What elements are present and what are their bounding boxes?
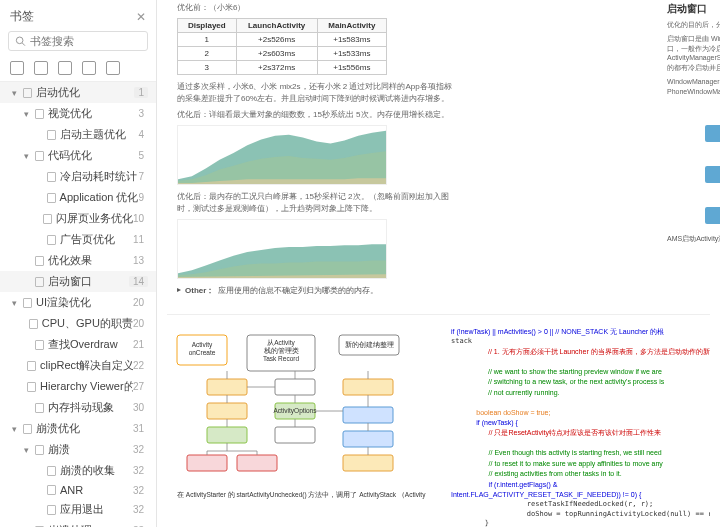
svg-point-0 (16, 37, 23, 44)
tree-item[interactable]: ▾UI渲染优化20 (0, 292, 156, 313)
svg-rect-13 (207, 427, 247, 443)
note-1: 通过多次采样，小米6、小米 mix2s，还有小米 2 通过对比同样的App各项指… (177, 81, 457, 105)
close-icon[interactable]: ✕ (136, 10, 146, 24)
tree-item[interactable]: ▾代码优化5 (0, 145, 156, 166)
tree-item[interactable]: 查找Overdraw21 (0, 334, 156, 355)
svg-text:新的创建纳整理: 新的创建纳整理 (345, 341, 394, 348)
tree-item[interactable]: 闪屏页业务优化10 (0, 208, 156, 229)
svg-text:从Activity: 从Activity (267, 339, 295, 347)
tree-item[interactable]: 应用退出32 (0, 499, 156, 520)
tool-icon-1[interactable] (10, 61, 24, 75)
svg-text:ActivityOptions: ActivityOptions (274, 407, 318, 415)
svg-rect-20 (343, 379, 393, 395)
svg-rect-22 (343, 431, 393, 447)
tool-icon-4[interactable] (82, 61, 96, 75)
svg-rect-14 (187, 455, 227, 471)
right-desc-1: 优化的目的后，分析下启动窗口的源码，基于 android-25 (7.1.1) (667, 20, 720, 30)
bookmark-tree: ▾启动优化1▾视觉优化3启动主题优化4▾代码优化5冷启动耗时统计7Applica… (0, 82, 156, 527)
svg-rect-19 (275, 427, 315, 443)
code-block: if (!newTask) || mActivities() > 0 || //… (451, 327, 710, 527)
tree-item[interactable]: ▾崩溃处理33 (0, 520, 156, 527)
right-column: 启动窗口 优化的目的后，分析下启动窗口的源码，基于 android-25 (7.… (667, 2, 720, 244)
sidebar-header: 书签 ✕ (0, 0, 156, 31)
tree-item[interactable]: ▾启动优化1 (0, 82, 156, 103)
note-3: 优化后：最内存的工况只白峰屏幕，15秒采样记 2次。（忽略前面刚起加入图时，测试… (177, 191, 457, 215)
svg-text:Activity: Activity (192, 341, 213, 349)
opt-before-label: 优化前：（小米6） (177, 2, 457, 14)
svg-rect-23 (343, 455, 393, 471)
main-content: 优化前：（小米6） DisplayedLaunchActivityMainAct… (157, 0, 720, 527)
svg-text:Task Record: Task Record (263, 355, 300, 362)
bookmarks-sidebar: 书签 ✕ ▾启动优化1▾视觉优化3启动主题优化4▾代码优化5冷启动耗时统计7Ap… (0, 0, 157, 527)
sidebar-toolbar (0, 57, 156, 82)
memory-chart-after (177, 219, 387, 279)
svg-text:onCreate: onCreate (189, 349, 216, 356)
svg-rect-15 (237, 455, 277, 471)
tree-item[interactable]: 崩溃的收集32 (0, 460, 156, 481)
tree-item[interactable]: 优化效果13 (0, 250, 156, 271)
tree-item[interactable]: CPU、GPU的职责20 (0, 313, 156, 334)
tree-item[interactable]: 广告页优化11 (0, 229, 156, 250)
svg-rect-11 (207, 379, 247, 395)
right-desc-3: WindowManagerService 通过窗口管理策略类 PhoneWind… (667, 77, 720, 97)
tool-icon-2[interactable] (34, 61, 48, 75)
timing-table: DisplayedLaunchActivityMainActivity 1+2s… (177, 18, 387, 75)
tree-item[interactable]: 冷启动耗时统计7 (0, 166, 156, 187)
svg-rect-21 (343, 407, 393, 423)
search-input[interactable] (30, 35, 141, 47)
tree-item[interactable]: Application 优化9 (0, 187, 156, 208)
svg-text:在 ActivityStarter 的 startActiv: 在 ActivityStarter 的 startActivityUncheck… (177, 491, 426, 499)
other-bullet: ▸ Other： 应用使用的信息不确定列归为哪类的的内存。 (177, 285, 710, 296)
tool-icon-3[interactable] (58, 61, 72, 75)
search-box[interactable] (8, 31, 148, 51)
tree-item[interactable]: ▾崩溃优化31 (0, 418, 156, 439)
memory-chart-before (177, 125, 387, 185)
tree-item[interactable]: 启动主题优化4 (0, 124, 156, 145)
tool-icon-5[interactable] (106, 61, 120, 75)
svg-line-1 (22, 43, 25, 46)
flow-caption: AMS启动Activity流程 (667, 234, 720, 244)
sidebar-title: 书签 (10, 8, 34, 25)
note-2: 优化后：详细看最大量对象的细数数，15秒系统出 5次。内存使用增长稳定。 (177, 109, 457, 121)
svg-rect-12 (207, 403, 247, 419)
tree-item[interactable]: ▾视觉优化3 (0, 103, 156, 124)
tree-item[interactable]: Hierarchy Viewer的使用27 (0, 376, 156, 397)
tree-item[interactable]: 内存抖动现象30 (0, 397, 156, 418)
other-text: 应用使用的信息不确定列归为哪类的的内存。 (218, 285, 378, 296)
right-desc-2: 启动窗口是由 WindowManagerService 统一管理的 Window… (667, 34, 720, 73)
tree-item[interactable]: 启动窗口14 (0, 271, 156, 292)
startup-window-title: 启动窗口 (667, 2, 720, 16)
flow-diagram: Start ActivityActivityManagerServiceSet … (667, 105, 720, 224)
svg-text:栈的管理类: 栈的管理类 (263, 347, 299, 354)
search-icon (15, 35, 26, 47)
tree-item[interactable]: ▾崩溃32 (0, 439, 156, 460)
other-label: Other： (185, 285, 214, 296)
flowchart-diagram: Activity onCreate 从Activity 栈的管理类 Task R… (167, 327, 437, 507)
tree-item[interactable]: clipRect解决自定义View的OverDraw22 (0, 355, 156, 376)
tree-item[interactable]: ANR32 (0, 481, 156, 499)
svg-rect-16 (275, 379, 315, 395)
